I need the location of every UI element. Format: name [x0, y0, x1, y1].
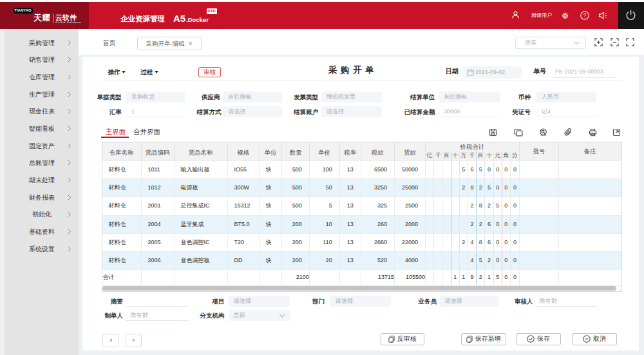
- svg-text:?: ?: [583, 12, 587, 19]
